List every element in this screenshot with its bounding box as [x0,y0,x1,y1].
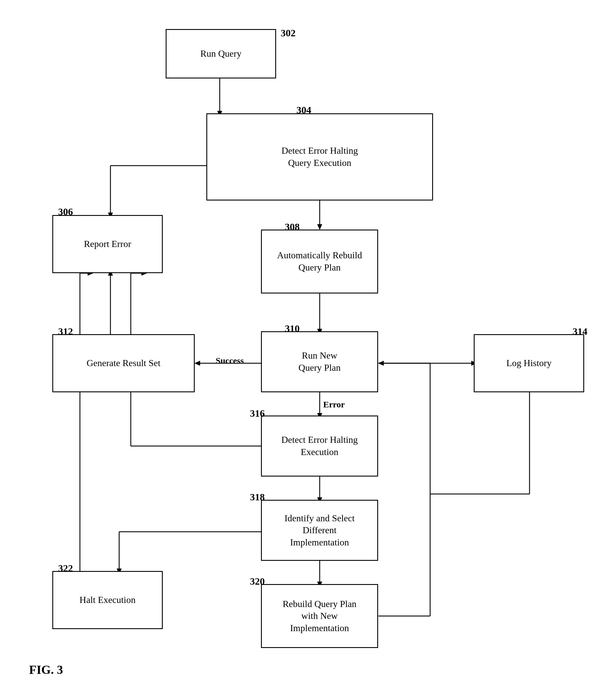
run-query-box: Run Query [166,29,276,78]
detect-error-304-box: Detect Error HaltingQuery Execution [206,113,433,200]
identify-select-box: Identify and SelectDifferentImplementati… [261,500,378,561]
error-label: Error [323,400,345,409]
svg-marker-10 [195,361,200,366]
detect-error-316-box: Detect Error HaltingExecution [261,415,378,477]
rebuild-new-impl-label: Rebuild Query Planwith NewImplementation [283,598,356,634]
label-318: 318 [250,492,265,503]
auto-rebuild-box: Automatically RebuildQuery Plan [261,230,378,293]
log-history-label: Log History [506,357,552,369]
label-304: 304 [297,104,311,116]
label-322: 322 [58,563,73,574]
generate-result-label: Generate Result Set [87,357,160,369]
label-316: 316 [250,408,265,419]
label-302: 302 [281,27,296,39]
diagram: Run Query 302 Detect Error HaltingQuery … [0,0,608,700]
rebuild-new-impl-box: Rebuild Query Planwith NewImplementation [261,584,378,648]
svg-marker-25 [378,361,384,366]
run-new-query-label: Run NewQuery Plan [299,350,341,374]
halt-execution-box: Halt Execution [52,571,163,629]
label-310: 310 [285,323,300,334]
success-label: Success [216,356,244,366]
report-error-label: Report Error [84,238,131,250]
run-query-label: Run Query [200,48,241,60]
detect-error-304-label: Detect Error HaltingQuery Execution [282,145,358,169]
label-306: 306 [58,206,73,217]
generate-result-box: Generate Result Set [52,334,195,392]
label-308: 308 [285,221,300,232]
report-error-box: Report Error [52,215,163,273]
detect-error-316-label: Detect Error HaltingExecution [281,434,358,458]
svg-marker-3 [317,224,322,230]
identify-select-label: Identify and SelectDifferentImplementati… [285,512,355,549]
label-314: 314 [572,326,587,337]
label-320: 320 [250,576,265,587]
halt-execution-label: Halt Execution [80,594,136,606]
label-312: 312 [58,326,73,337]
fig-label: FIG. 3 [29,663,63,677]
run-new-query-box: Run NewQuery Plan [261,331,378,392]
log-history-box: Log History [474,334,584,392]
auto-rebuild-label: Automatically RebuildQuery Plan [277,249,362,273]
